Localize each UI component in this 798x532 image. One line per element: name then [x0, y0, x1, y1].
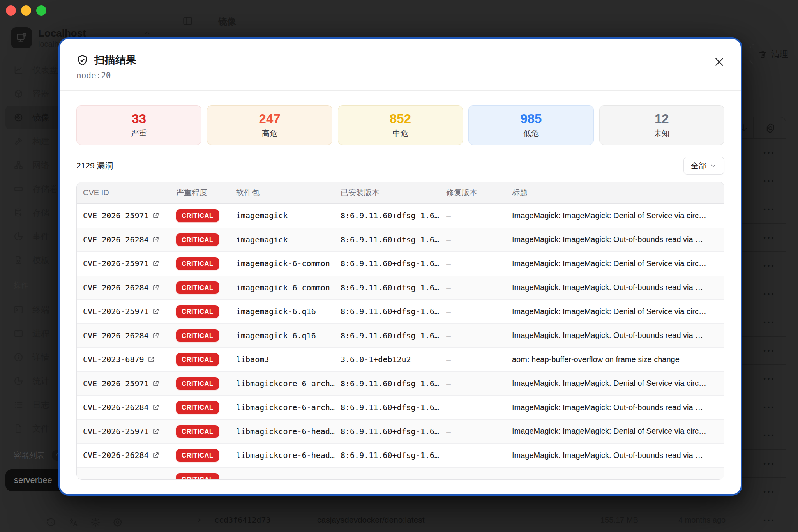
image-size: 155.17 MB — [600, 516, 678, 525]
chart-icon — [14, 65, 23, 75]
modal-header: 扫描结果 node:20 — [60, 39, 741, 91]
package-name: libmagickcore-6-arch… — [236, 403, 341, 412]
info-icon — [14, 352, 23, 362]
containers-list-label: 容器列表 — [14, 450, 45, 461]
database-icon — [14, 208, 23, 217]
maximize-window-button[interactable] — [36, 5, 46, 16]
chevron-down-icon — [710, 162, 717, 170]
fixed-version: – — [446, 211, 512, 220]
sidebar-container-item[interactable]: serverbee — [5, 469, 64, 491]
installed-version: 8:6.9.11.60+dfsg-1.6… — [341, 235, 446, 244]
card-value: 985 — [520, 111, 542, 126]
external-link-icon[interactable] — [152, 284, 159, 291]
installed-version: 8:6.9.11.60+dfsg-1.6… — [341, 331, 446, 340]
table-row: CVE-2026-26284 CRITICAL imagemagick 8:6.… — [77, 228, 724, 252]
table-row: CVE-2026-25971 CRITICAL libmagickcore-6-… — [77, 420, 724, 444]
external-link-icon[interactable] — [152, 236, 159, 243]
severity-badge: CRITICAL — [176, 401, 219, 414]
image-id: ccd3f6412d73 — [214, 515, 317, 525]
severity-filter-dropdown[interactable]: 全部 — [683, 157, 724, 175]
cve-id: CVE-2026-25971 — [83, 427, 149, 436]
settings-button[interactable] — [113, 517, 123, 527]
window-icon — [14, 329, 23, 338]
row-actions-button[interactable]: ••• — [764, 234, 776, 241]
package-name: imagemagick-6.q16 — [236, 331, 341, 340]
cve-id: CVE-2023-6879 — [83, 355, 144, 364]
image-row-visible[interactable]: ccd3f6412d73 casjaysdevdocker/deno:lates… — [189, 506, 786, 532]
chevron-right-icon[interactable] — [196, 516, 203, 524]
scan-results-modal: 扫描结果 node:20 33 严重 247 高危 852 中危 985 低危 … — [58, 37, 742, 496]
fixed-version: – — [446, 355, 512, 364]
minimize-window-button[interactable] — [21, 5, 31, 16]
cve-table: CVE ID 严重程度 软件包 已安装版本 修复版本 标题 CVE-2026-2… — [76, 182, 724, 480]
external-link-icon[interactable] — [152, 404, 159, 411]
card-label: 高危 — [262, 128, 277, 139]
vulnerability-title: ImageMagick: ImageMagick: Denial of Serv… — [512, 307, 718, 316]
card-label: 未知 — [654, 128, 669, 139]
row-actions-button[interactable]: ••• — [764, 517, 776, 523]
vulnerability-title: aom: heap-buffer-overflow on frame size … — [512, 355, 718, 364]
image-created: 4 months ago — [678, 516, 752, 525]
external-link-icon[interactable] — [148, 356, 155, 363]
table-settings-icon[interactable] — [753, 117, 787, 139]
template-icon — [14, 255, 23, 265]
row-actions-button[interactable]: ••• — [764, 178, 776, 184]
cve-id: CVE-2026-26284 — [83, 403, 149, 412]
package-name: imagemagick-6-common — [236, 259, 341, 268]
list-icon — [14, 400, 23, 410]
clean-button[interactable]: 清理 — [750, 44, 798, 64]
table-row: CRITICAL — [77, 468, 724, 480]
severity-badge: CRITICAL — [176, 209, 219, 222]
pie-icon — [14, 232, 23, 241]
close-icon[interactable] — [713, 56, 725, 68]
table-row: CVE-2026-26284 CRITICAL imagemagick-6.q1… — [77, 324, 724, 348]
row-actions-button[interactable]: ••• — [764, 347, 776, 354]
history-button[interactable] — [46, 517, 56, 527]
row-actions-button[interactable]: ••• — [764, 262, 776, 269]
row-actions-button[interactable]: ••• — [764, 319, 776, 325]
row-actions-button[interactable]: ••• — [764, 432, 776, 438]
external-link-icon[interactable] — [152, 260, 159, 267]
external-link-icon[interactable] — [152, 452, 159, 459]
row-actions-button[interactable]: ••• — [764, 206, 776, 212]
row-actions-button[interactable]: ••• — [764, 149, 776, 156]
summary-card-medium: 852 中危 — [338, 105, 463, 145]
row-actions-button[interactable]: ••• — [764, 460, 776, 467]
server-icon — [11, 27, 32, 48]
row-actions-button[interactable]: ••• — [764, 488, 776, 495]
package-name: libmagickcore-6-head… — [236, 451, 341, 460]
card-label: 中危 — [393, 128, 408, 139]
row-actions-button[interactable]: ••• — [764, 291, 776, 297]
vulnerability-count: 2129 漏洞 — [76, 160, 113, 171]
external-link-icon[interactable] — [152, 308, 159, 315]
installed-version: 8:6.9.11.60+dfsg-1.6… — [341, 427, 446, 436]
chevron-up-icon[interactable] — [143, 29, 151, 37]
installed-version: 3.6.0-1+deb12u2 — [341, 355, 446, 364]
disc-icon — [14, 113, 23, 122]
fixed-version: – — [446, 259, 512, 268]
summary-card-low: 985 低危 — [468, 105, 593, 145]
cve-id: CVE-2026-26284 — [83, 451, 149, 460]
theme-toggle-button[interactable] — [90, 517, 101, 527]
external-link-icon[interactable] — [152, 428, 159, 435]
cve-id: CVE-2026-25971 — [83, 211, 149, 220]
external-link-icon[interactable] — [152, 380, 159, 387]
severity-badge: CRITICAL — [176, 281, 219, 294]
table-row: CVE-2026-26284 CRITICAL imagemagick-6-co… — [77, 276, 724, 300]
installed-version: 8:6.9.11.60+dfsg-1.6… — [341, 211, 446, 220]
installed-version: 8:6.9.11.60+dfsg-1.6… — [341, 451, 446, 460]
package-name: imagemagick — [236, 211, 341, 220]
shield-check-icon — [76, 54, 88, 66]
card-value: 852 — [390, 111, 411, 126]
fixed-version: – — [446, 379, 512, 388]
row-actions-button[interactable]: ••• — [764, 375, 776, 382]
translate-button[interactable] — [68, 517, 78, 527]
sidebar-toggle-icon[interactable] — [182, 16, 193, 26]
row-actions-button[interactable]: ••• — [764, 404, 776, 410]
severity-badge: CRITICAL — [176, 257, 219, 270]
close-window-button[interactable] — [6, 5, 16, 16]
cve-id: CVE-2026-26284 — [83, 331, 149, 340]
external-link-icon[interactable] — [152, 332, 159, 339]
table-row: CVE-2026-26284 CRITICAL libmagickcore-6-… — [77, 444, 724, 468]
external-link-icon[interactable] — [152, 212, 159, 219]
